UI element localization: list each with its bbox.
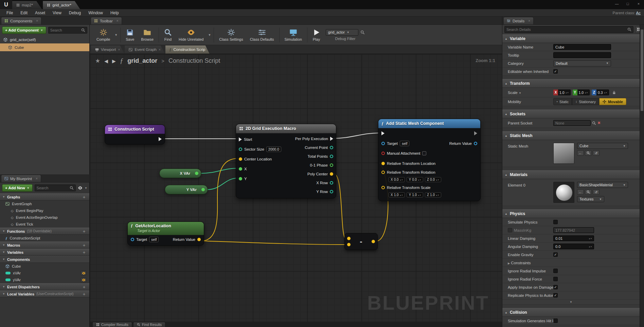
list-item-event-beginplay[interactable]: ◇ Event BeginPlay bbox=[0, 207, 89, 214]
list-item-xvar[interactable]: xVAr bbox=[0, 270, 89, 276]
favorite-star-icon[interactable]: ★ bbox=[95, 57, 100, 64]
relative-scale-pin[interactable] bbox=[381, 186, 385, 189]
category-dropdown[interactable]: Default ▼ bbox=[553, 60, 611, 66]
y-row-pin[interactable] bbox=[330, 190, 333, 193]
spinner-icon[interactable]: ▲▼ bbox=[566, 92, 569, 93]
tab-components[interactable]: Components × bbox=[1, 17, 41, 24]
chevron-down-icon[interactable]: ▼ bbox=[85, 187, 87, 190]
target-value[interactable]: self bbox=[149, 237, 159, 242]
details-search-input[interactable] bbox=[506, 27, 627, 32]
class-defaults-button[interactable]: Class Defaults bbox=[247, 27, 278, 42]
restore-button[interactable]: □ bbox=[622, 0, 633, 7]
tooltip-input[interactable] bbox=[553, 52, 611, 58]
section-variable[interactable]: ▲ Variable bbox=[502, 34, 640, 43]
section-sockets[interactable]: ▲ Sockets bbox=[502, 110, 640, 118]
x-row-pin[interactable] bbox=[330, 181, 333, 185]
exec-out-pin[interactable] bbox=[159, 137, 162, 141]
add-variable-icon[interactable]: ＋ bbox=[82, 249, 87, 255]
menu-item-help[interactable]: Help bbox=[107, 11, 123, 15]
use-selected-button[interactable]: ← bbox=[577, 189, 584, 195]
node-get-actor-location[interactable]: ƒ GetActorLocation Target is Actor Targe… bbox=[127, 222, 204, 246]
rotation-y-field[interactable]: Y0.0▲▼ bbox=[407, 177, 423, 182]
close-tab-icon[interactable]: × bbox=[36, 19, 38, 23]
add-graph-icon[interactable]: ＋ bbox=[82, 194, 87, 200]
list-item-constructionscript[interactable]: ƒ ConstructionScript bbox=[0, 235, 89, 242]
add-local-variable-icon[interactable]: ＋ bbox=[82, 291, 87, 297]
relative-rotation-pin[interactable] bbox=[381, 171, 385, 174]
category-components[interactable]: ▼ Components bbox=[0, 256, 89, 263]
browse-button[interactable]: Browse bbox=[138, 27, 157, 42]
tab-toolbar[interactable]: Toolbar × bbox=[91, 17, 122, 24]
add-macro-icon[interactable]: ＋ bbox=[82, 242, 87, 248]
scale-y-field[interactable]: Y 1.0▲▼ bbox=[573, 90, 590, 95]
spinner-icon[interactable]: ▲▼ bbox=[589, 238, 592, 239]
physics-expand-button[interactable]: ▼ bbox=[502, 300, 640, 305]
node-y-var[interactable]: Y VAr bbox=[165, 185, 208, 194]
section-materials[interactable]: ▲ Materials bbox=[502, 170, 640, 179]
component-item-grid-actor-self[interactable]: grid_actor(self) bbox=[0, 36, 89, 43]
simulation-button[interactable]: Simulation bbox=[281, 27, 305, 42]
tab-my-blueprint[interactable]: My Blueprint × bbox=[1, 175, 41, 182]
center-location-pin[interactable] bbox=[239, 157, 242, 161]
return-value-pin[interactable] bbox=[474, 142, 477, 145]
class-settings-button[interactable]: Class Settings bbox=[216, 27, 246, 42]
node-2d-grid-execution-macro[interactable]: 2D Grid Execution Macro Start Sector Siz… bbox=[236, 124, 336, 198]
spinner-icon[interactable]: ▲▼ bbox=[418, 179, 421, 180]
spinner-icon[interactable]: ▲▼ bbox=[400, 179, 403, 180]
replicate-physics-checkbox[interactable] bbox=[553, 293, 558, 297]
my-blueprint-search-input[interactable] bbox=[37, 186, 70, 190]
scale-x-field[interactable]: X1.0▲▼ bbox=[389, 192, 405, 197]
spinner-icon[interactable]: ▲▼ bbox=[418, 194, 421, 196]
section-static-mesh[interactable]: ▲ Static Mesh bbox=[502, 131, 640, 140]
play-button[interactable]: Play bbox=[309, 27, 324, 42]
manual-attachment-pin[interactable] bbox=[381, 152, 385, 155]
section-functions[interactable]: ▼ Functions (18 Overridable) ＋ bbox=[0, 228, 89, 235]
component-item-cube[interactable]: Cube bbox=[0, 43, 89, 51]
compile-options-chevron-icon[interactable]: ▼ bbox=[113, 33, 119, 37]
close-tab-icon[interactable]: × bbox=[117, 19, 119, 23]
subtract-input-b-pin[interactable] bbox=[347, 243, 351, 246]
list-item-eventgraph[interactable]: EventGraph bbox=[0, 200, 89, 207]
reset-asset-button[interactable]: ↺ bbox=[593, 150, 600, 156]
parent-class-link[interactable]: Ac bbox=[636, 11, 641, 15]
rotation-z-field[interactable]: Z0.0▲▼ bbox=[425, 177, 441, 182]
blueprint-graph-canvas[interactable]: ★ ◀ ▶ ƒ grid_actor > Construction Script… bbox=[90, 54, 502, 322]
simulate-physics-checkbox[interactable] bbox=[553, 220, 558, 224]
tab-find-results[interactable]: Find Results bbox=[133, 322, 165, 327]
mass-override-checkbox[interactable] bbox=[508, 228, 512, 232]
section-event-dispatchers[interactable]: ▼ Event Dispatchers ＋ bbox=[0, 283, 89, 290]
scale-x-field[interactable]: X 1.0▲▼ bbox=[553, 90, 571, 95]
scale-y-field[interactable]: Y1.0▲▼ bbox=[407, 192, 423, 197]
y-pin[interactable] bbox=[239, 177, 242, 180]
mobility-movable-button[interactable]: Movable bbox=[599, 98, 626, 105]
angular-damping-input[interactable]: 0.0 ▲▼ bbox=[553, 244, 594, 249]
linear-damping-input[interactable]: 0.01 ▲▼ bbox=[553, 235, 594, 241]
browse-asset-button[interactable] bbox=[585, 189, 592, 195]
total-points-pin[interactable] bbox=[330, 155, 333, 158]
spinner-icon[interactable]: ▲▼ bbox=[589, 246, 592, 247]
exec-out-pin[interactable] bbox=[330, 137, 333, 141]
breadcrumb-root[interactable]: grid_actor bbox=[127, 57, 157, 64]
exec-out-pin[interactable] bbox=[474, 131, 477, 135]
spinner-icon[interactable]: ▲▼ bbox=[436, 179, 439, 180]
tab-compiler-results[interactable]: Compiler Results bbox=[92, 322, 132, 327]
target-value[interactable]: self bbox=[400, 141, 409, 146]
section-macros[interactable]: ▼ Macros ＋ bbox=[0, 242, 89, 249]
details-scrollbar[interactable] bbox=[640, 25, 644, 327]
parent-socket-input[interactable]: None bbox=[553, 120, 591, 126]
add-dispatcher-icon[interactable]: ＋ bbox=[82, 284, 87, 290]
target-pin[interactable] bbox=[131, 238, 134, 241]
doc-tab-map2[interactable]: map2* bbox=[12, 1, 42, 9]
section-variables[interactable]: ▼ Variables ＋ bbox=[0, 249, 89, 256]
scrollbar-thumb[interactable] bbox=[641, 30, 643, 111]
row-constraints[interactable]: ▶ Constraints bbox=[502, 259, 640, 267]
hide-unrelated-chevron-icon[interactable]: ▼ bbox=[207, 33, 212, 37]
value-out-pin[interactable] bbox=[201, 188, 205, 191]
list-item-yvar[interactable]: yVAr bbox=[0, 276, 89, 283]
debug-object-dropdown[interactable]: grid_actor ▼ bbox=[326, 29, 358, 36]
relative-location-pin[interactable] bbox=[381, 162, 385, 165]
subtract-output-pin[interactable] bbox=[372, 240, 375, 243]
exec-in-pin[interactable] bbox=[239, 137, 242, 141]
close-tab-icon[interactable]: × bbox=[36, 177, 38, 180]
menu-item-debug[interactable]: Debug bbox=[65, 11, 85, 15]
